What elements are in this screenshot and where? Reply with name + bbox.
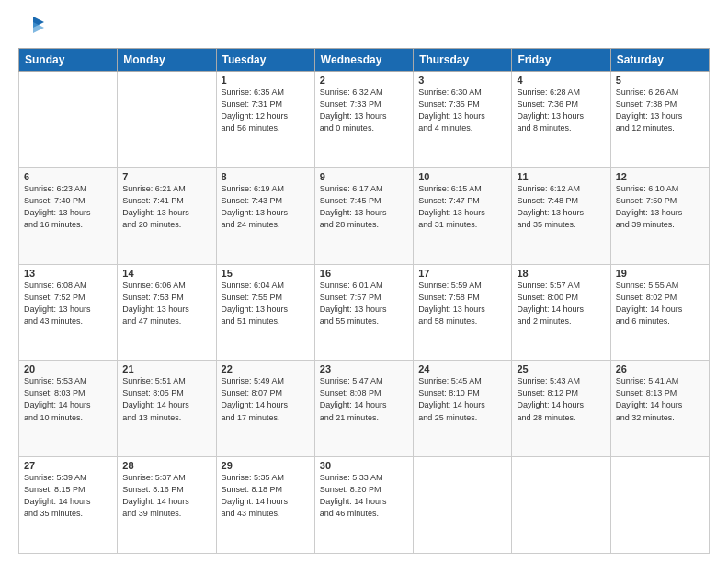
calendar-week-5: 27Sunrise: 5:39 AM Sunset: 8:15 PM Dayli…: [19, 457, 710, 554]
day-number: 20: [24, 363, 112, 374]
calendar-cell: 26Sunrise: 5:41 AM Sunset: 8:13 PM Dayli…: [610, 361, 709, 457]
calendar-cell: 10Sunrise: 6:15 AM Sunset: 7:47 PM Dayli…: [414, 167, 512, 264]
weekday-tuesday: Tuesday: [216, 49, 314, 72]
day-number: 19: [616, 268, 704, 279]
calendar-cell: 30Sunrise: 5:33 AM Sunset: 8:20 PM Dayli…: [314, 457, 413, 554]
calendar-cell: 8Sunrise: 6:19 AM Sunset: 7:43 PM Daylig…: [216, 167, 314, 264]
day-number: 26: [616, 363, 704, 374]
day-number: 1: [222, 75, 310, 86]
calendar-cell: 25Sunrise: 5:43 AM Sunset: 8:12 PM Dayli…: [512, 361, 610, 457]
logo: [18, 15, 46, 40]
calendar-cell: 1Sunrise: 6:35 AM Sunset: 7:31 PM Daylig…: [216, 72, 314, 168]
day-info: Sunrise: 6:06 AM Sunset: 7:53 PM Dayligh…: [122, 280, 210, 327]
day-number: 5: [616, 75, 704, 86]
day-number: 21: [122, 363, 210, 374]
weekday-wednesday: Wednesday: [314, 49, 413, 72]
calendar-cell: [118, 72, 216, 168]
day-info: Sunrise: 5:55 AM Sunset: 8:02 PM Dayligh…: [616, 280, 704, 327]
day-info: Sunrise: 6:32 AM Sunset: 7:33 PM Dayligh…: [320, 86, 408, 134]
day-number: 13: [24, 268, 112, 279]
day-number: 23: [320, 363, 408, 374]
day-info: Sunrise: 5:47 AM Sunset: 8:08 PM Dayligh…: [320, 375, 408, 423]
day-number: 10: [418, 171, 506, 182]
day-info: Sunrise: 6:10 AM Sunset: 7:50 PM Dayligh…: [616, 183, 704, 231]
page: SundayMondayTuesdayWednesdayThursdayFrid…: [0, 0, 728, 563]
calendar-cell: [414, 457, 512, 554]
day-number: 15: [222, 268, 310, 279]
weekday-sunday: Sunday: [19, 49, 118, 72]
day-info: Sunrise: 6:15 AM Sunset: 7:47 PM Dayligh…: [418, 183, 506, 231]
day-number: 30: [320, 460, 408, 471]
calendar-cell: 19Sunrise: 5:55 AM Sunset: 8:02 PM Dayli…: [610, 264, 709, 361]
calendar-week-3: 13Sunrise: 6:08 AM Sunset: 7:52 PM Dayli…: [19, 264, 710, 361]
day-info: Sunrise: 6:35 AM Sunset: 7:31 PM Dayligh…: [222, 86, 310, 134]
day-info: Sunrise: 6:17 AM Sunset: 7:45 PM Dayligh…: [320, 183, 408, 231]
calendar-week-2: 6Sunrise: 6:23 AM Sunset: 7:40 PM Daylig…: [19, 167, 710, 264]
day-number: 24: [418, 363, 506, 374]
calendar-cell: 13Sunrise: 6:08 AM Sunset: 7:52 PM Dayli…: [19, 264, 118, 361]
calendar-cell: 4Sunrise: 6:28 AM Sunset: 7:36 PM Daylig…: [512, 72, 610, 168]
calendar-cell: 14Sunrise: 6:06 AM Sunset: 7:53 PM Dayli…: [118, 264, 216, 361]
day-number: 11: [517, 171, 605, 182]
day-number: 12: [616, 171, 704, 182]
day-info: Sunrise: 5:33 AM Sunset: 8:20 PM Dayligh…: [320, 472, 408, 520]
calendar-week-4: 20Sunrise: 5:53 AM Sunset: 8:03 PM Dayli…: [19, 361, 710, 457]
weekday-monday: Monday: [118, 49, 216, 72]
day-number: 3: [418, 75, 506, 86]
calendar-cell: 5Sunrise: 6:26 AM Sunset: 7:38 PM Daylig…: [610, 72, 709, 168]
calendar-cell: 6Sunrise: 6:23 AM Sunset: 7:40 PM Daylig…: [19, 167, 118, 264]
day-number: 8: [222, 171, 310, 182]
calendar-cell: 15Sunrise: 6:04 AM Sunset: 7:55 PM Dayli…: [216, 264, 314, 361]
day-number: 14: [122, 268, 210, 279]
calendar-cell: 11Sunrise: 6:12 AM Sunset: 7:48 PM Dayli…: [512, 167, 610, 264]
day-info: Sunrise: 5:45 AM Sunset: 8:10 PM Dayligh…: [418, 375, 506, 423]
day-number: 4: [517, 75, 605, 86]
calendar-cell: 17Sunrise: 5:59 AM Sunset: 7:58 PM Dayli…: [414, 264, 512, 361]
day-number: 25: [517, 363, 605, 374]
day-info: Sunrise: 6:28 AM Sunset: 7:36 PM Dayligh…: [517, 86, 605, 134]
calendar-cell: 20Sunrise: 5:53 AM Sunset: 8:03 PM Dayli…: [19, 361, 118, 457]
logo-flag-icon: [20, 15, 46, 40]
calendar-cell: 21Sunrise: 5:51 AM Sunset: 8:05 PM Dayli…: [118, 361, 216, 457]
day-info: Sunrise: 6:08 AM Sunset: 7:52 PM Dayligh…: [24, 280, 112, 327]
day-number: 9: [320, 171, 408, 182]
calendar-cell: 29Sunrise: 5:35 AM Sunset: 8:18 PM Dayli…: [216, 457, 314, 554]
calendar-week-1: 1Sunrise: 6:35 AM Sunset: 7:31 PM Daylig…: [19, 72, 710, 168]
day-info: Sunrise: 6:19 AM Sunset: 7:43 PM Dayligh…: [222, 183, 310, 231]
day-info: Sunrise: 6:01 AM Sunset: 7:57 PM Dayligh…: [320, 280, 408, 327]
day-number: 7: [122, 171, 210, 182]
day-info: Sunrise: 6:21 AM Sunset: 7:41 PM Dayligh…: [122, 183, 210, 231]
calendar-table: SundayMondayTuesdayWednesdayThursdayFrid…: [18, 48, 710, 554]
weekday-friday: Friday: [512, 49, 610, 72]
day-info: Sunrise: 6:30 AM Sunset: 7:35 PM Dayligh…: [418, 86, 506, 134]
calendar-cell: 9Sunrise: 6:17 AM Sunset: 7:45 PM Daylig…: [314, 167, 413, 264]
day-number: 29: [222, 460, 310, 471]
day-number: 28: [122, 460, 210, 471]
day-number: 6: [24, 171, 112, 182]
day-number: 18: [517, 268, 605, 279]
weekday-saturday: Saturday: [610, 49, 709, 72]
calendar-cell: 28Sunrise: 5:37 AM Sunset: 8:16 PM Dayli…: [118, 457, 216, 554]
day-info: Sunrise: 5:41 AM Sunset: 8:13 PM Dayligh…: [616, 375, 704, 423]
day-info: Sunrise: 6:26 AM Sunset: 7:38 PM Dayligh…: [616, 86, 704, 134]
calendar-cell: [512, 457, 610, 554]
day-info: Sunrise: 5:49 AM Sunset: 8:07 PM Dayligh…: [222, 375, 310, 423]
day-info: Sunrise: 6:23 AM Sunset: 7:40 PM Dayligh…: [24, 183, 112, 231]
day-info: Sunrise: 5:37 AM Sunset: 8:16 PM Dayligh…: [122, 472, 210, 520]
day-number: 2: [320, 75, 408, 86]
day-number: 22: [222, 363, 310, 374]
calendar-cell: 18Sunrise: 5:57 AM Sunset: 8:00 PM Dayli…: [512, 264, 610, 361]
calendar-cell: 2Sunrise: 6:32 AM Sunset: 7:33 PM Daylig…: [314, 72, 413, 168]
day-number: 27: [24, 460, 112, 471]
calendar-cell: 27Sunrise: 5:39 AM Sunset: 8:15 PM Dayli…: [19, 457, 118, 554]
weekday-thursday: Thursday: [414, 49, 512, 72]
day-info: Sunrise: 6:12 AM Sunset: 7:48 PM Dayligh…: [517, 183, 605, 231]
calendar-cell: 12Sunrise: 6:10 AM Sunset: 7:50 PM Dayli…: [610, 167, 709, 264]
day-info: Sunrise: 6:04 AM Sunset: 7:55 PM Dayligh…: [222, 280, 310, 327]
day-number: 16: [320, 268, 408, 279]
header: [18, 15, 710, 40]
day-info: Sunrise: 5:43 AM Sunset: 8:12 PM Dayligh…: [517, 375, 605, 423]
day-info: Sunrise: 5:53 AM Sunset: 8:03 PM Dayligh…: [24, 375, 112, 423]
calendar-cell: 22Sunrise: 5:49 AM Sunset: 8:07 PM Dayli…: [216, 361, 314, 457]
calendar-cell: [610, 457, 709, 554]
